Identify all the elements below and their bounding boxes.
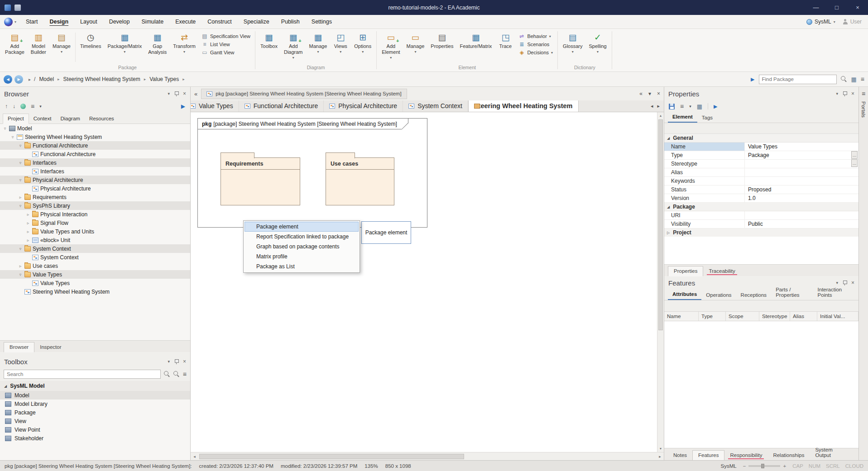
hamburger-icon[interactable]: ≡ [183, 371, 187, 378]
tree-expand-icon[interactable]: ▹ [26, 229, 30, 234]
ribbon-button-glossary[interactable]: ▤Glossary▾ [560, 30, 585, 64]
features-tab-receptions[interactable]: Receptions [736, 291, 772, 300]
diagram-tab-steering-wheel-heating-system[interactable]: Steering Wheel Heating System [468, 100, 579, 112]
ribbon-button-properties[interactable]: ▤Properties [427, 30, 456, 64]
tree-item-block-unit[interactable]: ▹«block» Unit [0, 236, 190, 244]
close-icon[interactable]: × [183, 90, 186, 97]
dropped-package-element-box[interactable]: Package element [361, 221, 411, 244]
context-menu-item-graph-based-on-package-contents[interactable]: Graph based on package contents [245, 242, 359, 252]
close-icon[interactable]: × [657, 90, 660, 97]
find-play-icon[interactable]: ▶ [751, 76, 754, 82]
forward-button[interactable]: ▶ [14, 75, 23, 84]
tree-expand-icon[interactable]: ▿ [3, 126, 7, 131]
collapse-tabs-icon[interactable]: « [639, 90, 643, 97]
context-menu-item-matrix-profile[interactable]: Matrix profile [245, 252, 359, 262]
ribbon-button-manage[interactable]: ▦Manage▾ [306, 30, 331, 64]
context-menu-item-report-specification-linked-to-package[interactable]: Report Specification linked to package [245, 232, 359, 242]
menu-tab-simulate[interactable]: Simulate [136, 15, 170, 29]
ribbon-button-add-package[interactable]: ▤+Add Package [2, 30, 28, 64]
tree-item-functional-architecture[interactable]: ▿Functional Architecture [0, 141, 190, 150]
zoom-in-icon[interactable]: + [783, 463, 786, 469]
sync-icon[interactable] [20, 104, 26, 109]
chevron-down-icon[interactable]: ▾ [689, 104, 691, 109]
property-row-status[interactable]: StatusProposed [664, 186, 858, 194]
pin-icon[interactable] [843, 91, 847, 97]
tree-item-interfaces[interactable]: ▿Interfaces [0, 158, 190, 167]
property-group-package[interactable]: ◢Package [664, 203, 858, 211]
features-column-stereotype[interactable]: Stereotype [759, 312, 790, 321]
tree-item-system-context[interactable]: System Context [0, 253, 190, 262]
features-column-alias[interactable]: Alias [790, 312, 817, 321]
diagram-tab-system-context[interactable]: System Context [403, 100, 468, 112]
diagram-tab-functional-architecture[interactable]: Functional Architecture [239, 100, 324, 112]
back-button[interactable]: ◀ [4, 75, 12, 84]
features-column-scope[interactable]: Scope [726, 312, 759, 321]
tree-expand-icon[interactable]: ▿ [18, 143, 23, 148]
browser-tab-context[interactable]: Context [29, 114, 56, 124]
chevron-down-icon[interactable]: ▾ [14, 20, 16, 24]
toolbox-item-view[interactable]: View [0, 417, 190, 425]
dock-tab-system-output[interactable]: System Output [810, 445, 855, 460]
browser-tab-diagram[interactable]: Diagram [56, 114, 84, 124]
search-icon[interactable] [841, 76, 847, 82]
tree-expand-icon[interactable]: ▿ [18, 178, 23, 182]
ribbon-button-gap-analysis[interactable]: ▦Gap Analysis [145, 30, 170, 64]
menu-icon[interactable]: ≡ [861, 76, 864, 83]
search-icon[interactable] [164, 371, 170, 377]
save-icon[interactable] [669, 104, 675, 109]
ribbon-button-manage[interactable]: ▭Manage▾ [403, 30, 428, 64]
portals-tab[interactable]: Portals [861, 101, 866, 118]
toolbox-item-model-library[interactable]: Model Library [0, 400, 190, 408]
ribbon-button-transform[interactable]: ⇄Transform▾ [170, 30, 199, 64]
property-row-visibility[interactable]: VisibilityPublic [664, 220, 858, 228]
breadcrumb-item-steering-wheel-heating-system[interactable]: Steering Wheel Heating System [63, 76, 140, 82]
properties-bottom-tab-properties[interactable]: Properties [668, 266, 703, 276]
package-shape-use-cases[interactable]: Use cases [326, 157, 394, 205]
property-row-name[interactable]: NameValue Types [664, 143, 858, 151]
context-menu-item-package-as-list[interactable]: Package as List [245, 262, 359, 271]
tree-item-requirements[interactable]: ▹Requirements [0, 193, 190, 201]
tree-expand-icon[interactable]: ▹ [18, 264, 23, 268]
zoom-slider-thumb[interactable] [761, 464, 764, 468]
scroll-right-icon[interactable]: ▸ [657, 103, 660, 109]
close-icon[interactable]: × [851, 90, 854, 97]
ribbon-button-timelines[interactable]: ◷Timelines [77, 30, 105, 64]
tree-expand-icon[interactable]: ▿ [18, 272, 23, 277]
ribbon-button-model-builder[interactable]: ▥Model Builder [28, 30, 49, 64]
scroll-up-icon[interactable]: ▴ [657, 112, 664, 119]
search-plus-icon[interactable] [173, 371, 180, 377]
toolbox-search-input[interactable] [4, 370, 161, 379]
nav-expand-icon[interactable]: ▸ [29, 77, 31, 82]
toolbox-item-model[interactable]: Model [0, 391, 190, 400]
scroll-left-icon[interactable]: ◂ [191, 454, 198, 459]
property-group-project[interactable]: ▷Project [664, 228, 858, 237]
browser-tab-project[interactable]: Project [3, 114, 29, 124]
ribbon-button-options[interactable]: ⊞Options▾ [351, 30, 374, 64]
breadcrumb-item-model[interactable]: Model [39, 76, 54, 82]
ribbon-button-toolbox[interactable]: ▦Toolbox [257, 30, 281, 64]
chevron-down-icon[interactable]: ▾ [39, 104, 42, 109]
ribbon-button-decisions[interactable]: ◈Decisions▾ [518, 49, 553, 56]
collapse-left-icon[interactable]: « [194, 90, 197, 97]
dock-tab-responsibility[interactable]: Responsibility [724, 451, 767, 460]
tree-expand-icon[interactable]: ▿ [18, 247, 23, 251]
bottom-tab-browser[interactable]: Browser [4, 342, 34, 352]
tree-expand-icon[interactable]: ▹ [26, 212, 30, 217]
ellipsis-button[interactable]: … [851, 151, 858, 159]
tree-item-functional-architecture[interactable]: Functional Architecture [0, 150, 190, 158]
zoom-out-icon[interactable]: − [743, 463, 746, 469]
ellipsis-button[interactable]: … [851, 159, 858, 167]
tree-item-signal-flow[interactable]: ▹Signal Flow [0, 219, 190, 227]
chevron-down-icon[interactable]: ▾ [836, 281, 838, 285]
ribbon-button-package-matrix[interactable]: ▦Package/Matrix▾ [104, 30, 145, 64]
tree-item-value-types[interactable]: Value Types [0, 279, 190, 287]
features-column-name[interactable]: Name [664, 312, 699, 321]
browser-expand-icon[interactable]: ▶ [181, 103, 185, 109]
close-icon[interactable]: × [851, 280, 854, 286]
property-row-stereotype[interactable]: Stereotype [664, 160, 858, 168]
features-column-type[interactable]: Type [699, 312, 726, 321]
features-tab-parts-properties[interactable]: Parts / Properties [771, 285, 813, 300]
property-row-type[interactable]: TypePackage [664, 151, 858, 160]
move-down-icon[interactable]: ↓ [13, 103, 15, 109]
tree-item-physical-interaction[interactable]: ▹Physical Interaction [0, 210, 190, 219]
